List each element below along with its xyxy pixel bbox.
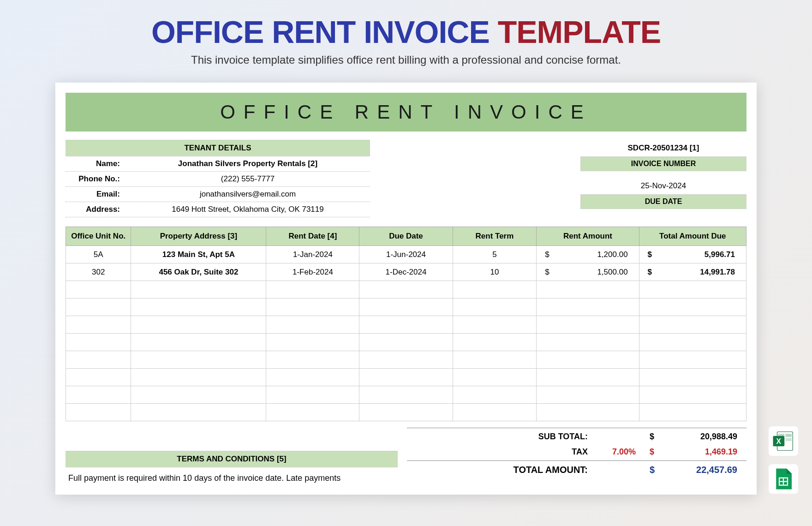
table-row <box>66 299 746 316</box>
svg-text:X: X <box>776 437 782 445</box>
invoice-number-label: INVOICE NUMBER <box>580 156 746 171</box>
cell-amount: $1,200.00 <box>537 246 639 263</box>
invoice-meta-block: SDCR-20501234 [1] INVOICE NUMBER 25-Nov-… <box>580 140 746 217</box>
label-address: Address: <box>66 205 125 214</box>
tenant-email: jonathansilvers@email.com <box>125 190 370 199</box>
subtotal-value: 20,988.49 <box>663 432 746 442</box>
page-subtitle: This invoice template simplifies office … <box>9 54 803 66</box>
title-suffix: TEMPLATE <box>498 14 661 49</box>
tax-pct: 7.00% <box>594 447 645 457</box>
totals-block: SUB TOTAL: $ 20,988.49 TAX 7.00% $ 1,469… <box>398 428 746 484</box>
tax-label: TAX <box>407 447 594 457</box>
total-currency: $ <box>645 465 663 475</box>
file-format-icons: X <box>769 426 798 494</box>
total-value: 22,457.69 <box>663 465 746 475</box>
cell-term: 5 <box>453 246 537 263</box>
invoice-document: OFFICE RENT INVOICE TENANT DETAILS Name:… <box>55 83 757 495</box>
cell-due-date: 1-Dec-2024 <box>359 263 453 281</box>
tenant-address: 1649 Hott Street, Oklahoma City, OK 7311… <box>125 205 370 214</box>
cell-due-date: 1-Jun-2024 <box>359 246 453 263</box>
table-row: 302 456 Oak Dr, Suite 302 1-Feb-2024 1-D… <box>66 263 746 281</box>
col-address: Property Address [3] <box>131 227 266 246</box>
table-row <box>66 351 746 369</box>
terms-header: TERMS AND CONDITIONS [5] <box>66 451 398 467</box>
terms-block: TERMS AND CONDITIONS [5] Full payment is… <box>66 428 398 484</box>
title-main: OFFICE RENT INVOICE <box>151 14 490 49</box>
google-sheets-icon[interactable] <box>769 464 798 494</box>
invoice-banner: OFFICE RENT INVOICE <box>66 93 746 132</box>
label-email: Email: <box>66 190 125 199</box>
cell-total: $14,991.78 <box>639 263 746 281</box>
label-phone: Phone No.: <box>66 174 125 184</box>
cell-rent-date: 1-Feb-2024 <box>266 263 359 281</box>
table-row <box>66 369 746 386</box>
table-row <box>66 316 746 334</box>
tax-value: 1,469.19 <box>663 447 746 457</box>
col-rent-amount: Rent Amount <box>537 227 639 246</box>
col-rent-term: Rent Term <box>453 227 537 246</box>
cell-total: $5,996.71 <box>639 246 746 263</box>
tenant-details-header: TENANT DETAILS <box>66 140 370 156</box>
table-row <box>66 386 746 404</box>
cell-rent-date: 1-Jan-2024 <box>266 246 359 263</box>
col-rent-date: Rent Date [4] <box>266 227 359 246</box>
col-due-date: Due Date <box>359 227 453 246</box>
tax-currency: $ <box>645 447 663 457</box>
svg-rect-4 <box>786 438 792 441</box>
page-title: OFFICE RENT INVOICE TEMPLATE <box>9 14 803 50</box>
svg-rect-2 <box>786 434 792 437</box>
table-row <box>66 281 746 299</box>
due-date-value: 25-Nov-2024 <box>580 178 746 194</box>
cell-term: 10 <box>453 263 537 281</box>
invoice-number-value: SDCR-20501234 [1] <box>580 140 746 156</box>
invoice-table: Office Unit No. Property Address [3] Ren… <box>66 227 746 421</box>
tenant-details-block: TENANT DETAILS Name: Jonathan Silvers Pr… <box>66 140 370 217</box>
table-row <box>66 404 746 421</box>
label-name: Name: <box>66 159 125 168</box>
subtotal-currency: $ <box>645 432 663 442</box>
tenant-name: Jonathan Silvers Property Rentals [2] <box>125 159 370 168</box>
tenant-phone: (222) 555-7777 <box>125 174 370 184</box>
table-row <box>66 334 746 351</box>
excel-icon[interactable]: X <box>769 426 798 456</box>
col-unit: Office Unit No. <box>66 227 131 246</box>
subtotal-label: SUB TOTAL: <box>407 432 594 442</box>
cell-address: 456 Oak Dr, Suite 302 <box>131 263 266 281</box>
due-date-label: DUE DATE <box>580 194 746 209</box>
cell-unit: 5A <box>66 246 131 263</box>
table-row: 5A 123 Main St, Apt 5A 1-Jan-2024 1-Jun-… <box>66 246 746 263</box>
cell-address: 123 Main St, Apt 5A <box>131 246 266 263</box>
total-label: TOTAL AMOUNT: <box>407 465 594 475</box>
cell-amount: $1,500.00 <box>537 263 639 281</box>
col-total-due: Total Amount Due <box>639 227 746 246</box>
terms-text: Full payment is required within 10 days … <box>66 467 398 484</box>
cell-unit: 302 <box>66 263 131 281</box>
